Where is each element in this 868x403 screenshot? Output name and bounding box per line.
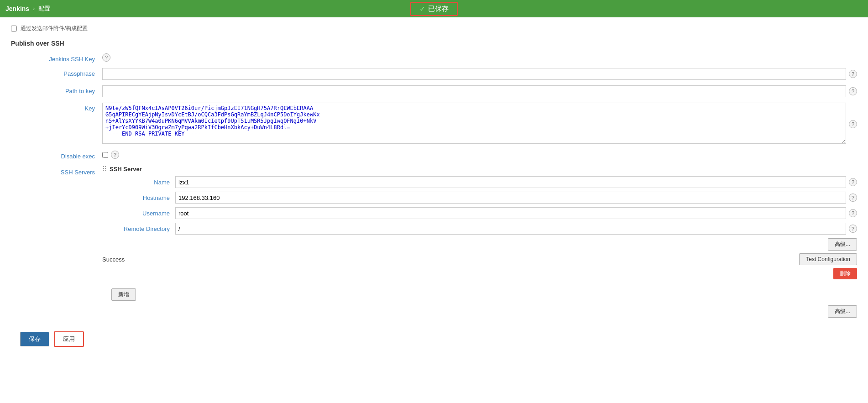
server-username-row: Username ?: [102, 207, 857, 219]
server-remote-dir-row: Remote Directory ?: [102, 223, 857, 235]
topbar: Jenkins › 配置 ✓ 已保存: [0, 0, 868, 17]
global-advanced-button[interactable]: 高级...: [828, 305, 857, 318]
top-checkbox-label: 通过发送邮件附件/构成配置: [21, 25, 88, 32]
server-name-row: Name ?: [102, 176, 857, 188]
status-row: Success Test Configuration: [102, 253, 857, 265]
ssh-servers-row: SSH Servers ⠿ SSH Server Name ? Hostname…: [11, 165, 857, 279]
server-username-help-icon[interactable]: ?: [849, 209, 857, 217]
test-configuration-button[interactable]: Test Configuration: [799, 253, 857, 265]
server-name-input[interactable]: [175, 176, 846, 188]
server-name-label: Name: [102, 179, 175, 186]
disable-exec-row: Disable exec ?: [11, 151, 857, 160]
jenkins-ssh-key-row: Jenkins SSH Key ?: [11, 53, 857, 63]
disable-exec-checkbox[interactable]: [102, 152, 108, 158]
server-name-help-icon[interactable]: ?: [849, 178, 857, 186]
jenkins-ssh-key-help-icon[interactable]: ?: [102, 53, 110, 62]
top-checkbox[interactable]: [11, 26, 17, 31]
bottom-bar: 保存 应用: [11, 331, 857, 347]
key-textarea-wrap: N9te/zW5fQFNx4cIAsAP0VT26i0ur/PicjmGpJzE…: [102, 103, 846, 145]
saved-text: 已保存: [428, 5, 449, 13]
saved-badge: ✓ 已保存: [410, 2, 458, 16]
server-advanced-row: 高级...: [102, 238, 857, 251]
server-advanced-button[interactable]: 高级...: [828, 238, 857, 251]
section-title: Publish over SSH: [11, 40, 857, 47]
status-text: Success: [102, 256, 125, 263]
top-checkbox-row: 通过发送邮件附件/构成配置: [11, 25, 857, 32]
path-to-key-label: Path to key: [11, 85, 102, 94]
path-to-key-help-icon[interactable]: ?: [849, 87, 857, 95]
ssh-server-block: ⠿ SSH Server Name ? Hostname ? Username …: [102, 165, 857, 279]
key-textarea[interactable]: N9te/zW5fQFNx4cIAsAP0VT26i0ur/PicjmGpJzE…: [102, 103, 846, 144]
key-label: Key: [11, 103, 102, 112]
key-field: N9te/zW5fQFNx4cIAsAP0VT26i0ur/PicjmGpJzE…: [102, 103, 857, 145]
key-row: Key N9te/zW5fQFNx4cIAsAP0VT26i0ur/PicjmG…: [11, 103, 857, 145]
server-hostname-row: Hostname ?: [102, 192, 857, 204]
main-content: 通过发送邮件附件/构成配置 Publish over SSH Jenkins S…: [0, 17, 868, 403]
ssh-server-title: SSH Server: [110, 166, 142, 173]
key-help-icon[interactable]: ?: [849, 120, 857, 128]
check-icon: ✓: [419, 5, 425, 13]
add-server-row: 新增: [11, 288, 857, 301]
apply-button[interactable]: 应用: [54, 331, 84, 347]
server-remote-dir-label: Remote Directory: [102, 225, 175, 232]
path-to-key-input[interactable]: [102, 85, 846, 97]
disable-exec-checkbox-row: [102, 152, 108, 158]
path-to-key-row: Path to key ?: [11, 85, 857, 97]
server-username-input[interactable]: [175, 207, 846, 219]
ssh-server-header: ⠿ SSH Server: [102, 165, 857, 173]
jenkins-ssh-key-label: Jenkins SSH Key: [11, 53, 102, 63]
topbar-page: 配置: [38, 5, 50, 13]
passphrase-field: ?: [102, 68, 857, 80]
drag-handle-icon[interactable]: ⠿: [102, 165, 107, 173]
server-remote-dir-help-icon[interactable]: ?: [849, 225, 857, 233]
global-advanced-row: 高级...: [11, 305, 857, 318]
path-to-key-field: ?: [102, 85, 857, 97]
topbar-brand: Jenkins: [5, 5, 29, 12]
delete-row: 删除: [102, 268, 857, 279]
passphrase-row: Passphrase ?: [11, 68, 857, 80]
ssh-servers-label: SSH Servers: [11, 165, 102, 176]
passphrase-label: Passphrase: [11, 68, 102, 77]
disable-exec-help-icon[interactable]: ?: [111, 151, 119, 159]
disable-exec-field: ?: [102, 151, 857, 159]
server-remote-dir-input[interactable]: [175, 223, 846, 235]
disable-exec-label: Disable exec: [11, 151, 102, 160]
add-server-button[interactable]: 新增: [111, 288, 136, 301]
jenkins-ssh-key-field: ?: [102, 53, 857, 62]
save-button[interactable]: 保存: [20, 332, 49, 346]
passphrase-input[interactable]: [102, 68, 846, 80]
delete-button[interactable]: 删除: [833, 268, 857, 279]
topbar-separator: ›: [33, 5, 35, 12]
server-hostname-help-icon[interactable]: ?: [849, 194, 857, 202]
server-hostname-label: Hostname: [102, 194, 175, 201]
passphrase-help-icon[interactable]: ?: [849, 70, 857, 78]
server-username-label: Username: [102, 210, 175, 217]
server-hostname-input[interactable]: [175, 192, 846, 204]
